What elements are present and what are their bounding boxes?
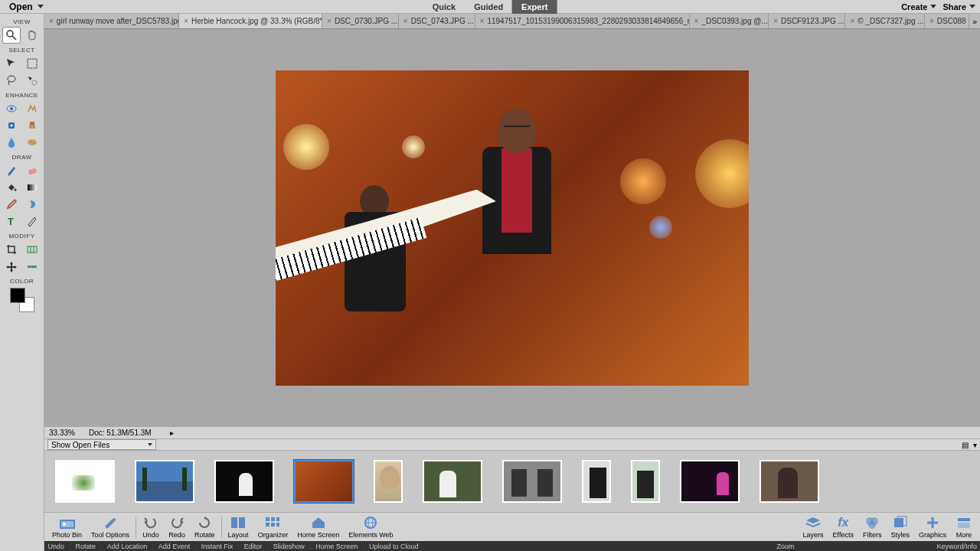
- create-menu-button[interactable]: Create: [901, 2, 936, 11]
- tab-overflow-button[interactable]: »: [969, 17, 980, 26]
- whiten-teeth-tool[interactable]: [23, 100, 41, 117]
- bin-grid-icon[interactable]: ▤: [962, 441, 969, 449]
- rotate-button[interactable]: Rotate: [190, 515, 220, 539]
- document-image[interactable]: [276, 70, 749, 386]
- doc-tab[interactable]: ×11947517_10153199006315983_228029303381…: [475, 14, 690, 28]
- bb-item[interactable]: Undo: [48, 543, 65, 550]
- color-swatch[interactable]: [10, 288, 34, 312]
- recompose-tool[interactable]: [23, 241, 41, 258]
- brush-tool[interactable]: [2, 162, 21, 179]
- thumb[interactable]: [55, 460, 115, 503]
- undo-button[interactable]: Undo: [138, 515, 164, 539]
- close-icon[interactable]: ×: [327, 17, 332, 25]
- thumb[interactable]: [214, 460, 274, 503]
- quick-select-tool[interactable]: [23, 72, 41, 89]
- doc-tab[interactable]: ×DSC_0743.JPG ...: [399, 14, 475, 28]
- doc-tab[interactable]: ×DSCF9123.JPG ...: [769, 14, 845, 28]
- organizer-button[interactable]: Organizer: [253, 515, 293, 539]
- share-menu-button[interactable]: Share: [942, 2, 975, 11]
- thumb[interactable]: [631, 460, 660, 503]
- thumb[interactable]: [135, 460, 194, 503]
- svg-rect-41: [958, 518, 970, 521]
- bb-item[interactable]: Home Screen: [315, 543, 358, 550]
- styles-button[interactable]: Styles: [886, 515, 914, 539]
- thumb[interactable]: [374, 460, 403, 503]
- foreground-color[interactable]: [10, 288, 25, 303]
- bin-filter-dropdown[interactable]: Show Open Files: [47, 439, 156, 450]
- bb-item[interactable]: Add Event: [158, 543, 191, 550]
- redo-button[interactable]: Redo: [164, 515, 190, 539]
- thumb[interactable]: [423, 460, 482, 503]
- crop-tool[interactable]: [2, 241, 21, 258]
- doc-tab[interactable]: ×Herbie Hancock.jpg @ 33.3% (RGB/8*): [179, 14, 322, 28]
- close-icon[interactable]: ×: [403, 17, 408, 25]
- close-icon[interactable]: ×: [480, 17, 485, 25]
- bb-item[interactable]: Instant Fix: [201, 543, 234, 550]
- bb-item[interactable]: Rotate: [76, 543, 96, 550]
- svg-rect-24: [239, 517, 245, 528]
- close-icon[interactable]: ×: [694, 17, 699, 25]
- blur-tool[interactable]: [2, 134, 21, 151]
- filters-button[interactable]: Filters: [858, 515, 887, 539]
- bb-item[interactable]: Slideshow: [273, 543, 305, 550]
- bb-item[interactable]: Editor: [244, 543, 263, 550]
- lasso-tool[interactable]: [2, 72, 21, 89]
- status-menu-caret[interactable]: ▸: [170, 429, 174, 437]
- doc-tab[interactable]: ×girl runway move after_DSC5783.jpg: [44, 14, 179, 28]
- eyedropper-tool[interactable]: [2, 196, 21, 213]
- more-button[interactable]: More: [951, 515, 977, 539]
- pencil-tool[interactable]: [23, 213, 41, 230]
- straighten-tool[interactable]: [23, 258, 41, 275]
- eraser-tool[interactable]: [23, 162, 41, 179]
- layers-button[interactable]: Layers: [799, 515, 828, 539]
- doc-tab[interactable]: ×DSC088: [925, 14, 969, 28]
- photo-bin-button[interactable]: Photo Bin: [47, 515, 87, 539]
- type-tool[interactable]: T: [2, 213, 21, 230]
- content-aware-move-tool[interactable]: [2, 258, 21, 275]
- redeye-tool[interactable]: [2, 100, 21, 117]
- spot-heal-tool[interactable]: [2, 117, 21, 134]
- svg-rect-26: [271, 517, 275, 521]
- layout-button[interactable]: Layout: [224, 515, 253, 539]
- zoom-tool[interactable]: [2, 27, 21, 44]
- zoom-level[interactable]: 33.33%: [49, 429, 75, 437]
- close-icon[interactable]: ×: [49, 17, 54, 25]
- doc-tab[interactable]: ×© _DSC7327.jpg ...: [845, 14, 925, 28]
- thumb[interactable]: [582, 460, 611, 503]
- bin-menu-caret[interactable]: ▾: [973, 441, 977, 449]
- chevron-down-icon: [930, 5, 936, 8]
- paint-bucket-tool[interactable]: [2, 179, 21, 196]
- marquee-tool[interactable]: [23, 55, 41, 72]
- tab-guided[interactable]: Guided: [465, 0, 512, 14]
- doc-tab[interactable]: ×_DSC0393.jpg @...: [690, 14, 769, 28]
- svg-text:T: T: [8, 216, 14, 227]
- bb-item[interactable]: Add Location: [107, 543, 148, 550]
- elements-web-button[interactable]: Elements Web: [344, 515, 397, 539]
- thumb[interactable]: [760, 460, 819, 503]
- close-icon[interactable]: ×: [184, 17, 188, 25]
- canvas-viewport[interactable]: [44, 29, 980, 426]
- hand-tool[interactable]: [23, 27, 41, 44]
- tab-quick[interactable]: Quick: [423, 0, 466, 14]
- move-tool[interactable]: [2, 55, 21, 72]
- effects-button[interactable]: fxEffects: [828, 515, 858, 539]
- thumb[interactable]: [294, 460, 354, 503]
- shape-tool[interactable]: [23, 196, 41, 213]
- sponge-tool[interactable]: [23, 134, 41, 151]
- close-icon[interactable]: ×: [929, 17, 934, 25]
- graphics-button[interactable]: Graphics: [914, 515, 951, 539]
- bb-item[interactable]: Upload to Cloud: [369, 543, 419, 550]
- clone-stamp-tool[interactable]: [23, 117, 41, 134]
- bb-zoom: Zoom: [776, 543, 794, 550]
- thumb[interactable]: [502, 460, 562, 503]
- home-screen-button[interactable]: Home Screen: [292, 515, 344, 539]
- bb-keyword[interactable]: Keyword/Info: [936, 543, 977, 550]
- tab-expert[interactable]: Expert: [512, 0, 557, 14]
- close-icon[interactable]: ×: [773, 17, 778, 25]
- tool-options-button[interactable]: Tool Options: [87, 515, 134, 539]
- doc-tab[interactable]: ×DSC_0730.JPG ...: [322, 14, 399, 28]
- close-icon[interactable]: ×: [850, 17, 854, 25]
- open-menu-button[interactable]: Open: [5, 2, 48, 12]
- gradient-tool[interactable]: [23, 179, 41, 196]
- thumb[interactable]: [680, 460, 740, 503]
